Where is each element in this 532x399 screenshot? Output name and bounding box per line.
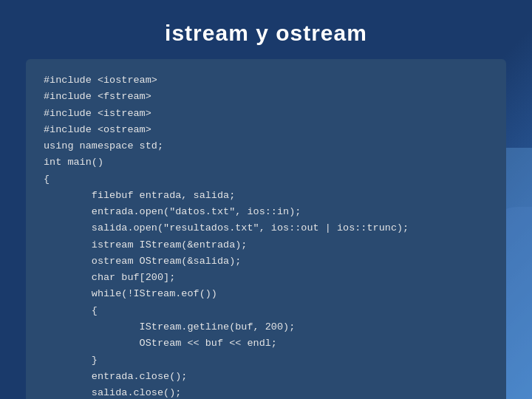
code-line: istream IStream(&entrada); (44, 237, 488, 253)
page-title: istream y ostream (165, 21, 367, 46)
code-line: #include <istream> (44, 106, 488, 122)
code-line: salida.open("resultados.txt", ios::out |… (44, 220, 488, 236)
code-line: char buf[200]; (44, 270, 488, 286)
code-line: OStream << buf << endl; (44, 335, 488, 352)
code-line: int main() (44, 154, 488, 171)
code-line: } (44, 352, 488, 369)
code-line: IStream.getline(buf, 200); (44, 319, 488, 335)
code-line: entrada.open("datos.txt", ios::in); (44, 204, 488, 220)
code-line: ostream OStream(&salida); (44, 253, 488, 270)
code-line: filebuf entrada, salida; (44, 188, 488, 204)
code-line: { (44, 171, 488, 188)
code-line: salida.close(); (44, 385, 488, 399)
code-line: { (44, 303, 488, 319)
code-line: #include <iostream> (44, 72, 488, 89)
code-line: entrada.close(); (44, 369, 488, 385)
code-block: #include <iostream>#include <fstream>#in… (26, 59, 506, 399)
code-line: #include <fstream> (44, 89, 488, 105)
code-line: while(!IStream.eof()) (44, 286, 488, 302)
code-line: #include <ostream> (44, 122, 488, 138)
code-line: using namespace std; (44, 138, 488, 154)
